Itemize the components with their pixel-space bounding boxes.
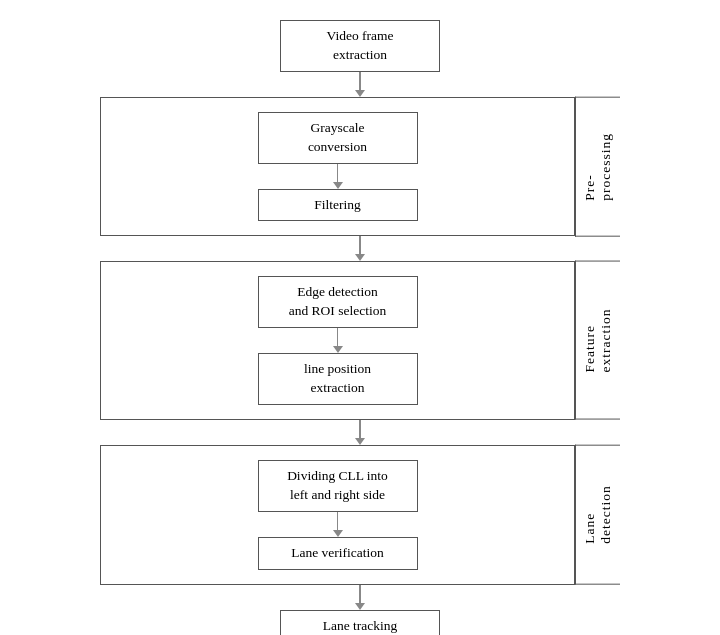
arrow-head bbox=[333, 530, 343, 537]
feature-section: Edge detectionand ROI selection line pos… bbox=[100, 261, 620, 420]
grayscale-box: Grayscaleconversion bbox=[258, 112, 418, 164]
arrow-head bbox=[355, 90, 365, 97]
arrow-line bbox=[359, 72, 361, 90]
arrow-head bbox=[333, 182, 343, 189]
lane-tracking-box: Lane tracking bbox=[280, 610, 440, 635]
arrow-head bbox=[355, 438, 365, 445]
detection-content: Dividing CLL intoleft and right side Lan… bbox=[100, 445, 575, 585]
filtering-box: Filtering bbox=[258, 189, 418, 222]
arrow-4 bbox=[333, 328, 343, 353]
detection-label: Lanedetection bbox=[575, 445, 620, 585]
arrow-head bbox=[333, 346, 343, 353]
video-frame-box: Video frameextraction bbox=[280, 20, 440, 72]
preprocessing-section: Grayscaleconversion Filtering Pre-proces… bbox=[100, 97, 620, 237]
arrow-3 bbox=[355, 236, 365, 261]
bottom-box-wrapper: Lane tracking bbox=[280, 610, 440, 635]
arrow-head bbox=[355, 603, 365, 610]
arrow-line bbox=[359, 420, 361, 438]
arrow-7 bbox=[355, 585, 365, 610]
arrow-2 bbox=[333, 164, 343, 189]
preprocessing-content: Grayscaleconversion Filtering bbox=[100, 97, 575, 237]
arrow-line bbox=[359, 236, 361, 254]
arrow-1 bbox=[355, 72, 365, 97]
diagram: Video frameextraction Grayscaleconversio… bbox=[30, 20, 690, 635]
lane-verification-box: Lane verification bbox=[258, 537, 418, 570]
edge-detection-box: Edge detectionand ROI selection bbox=[258, 276, 418, 328]
arrow-line bbox=[337, 512, 339, 530]
arrow-line bbox=[337, 164, 339, 182]
preprocessing-label: Pre-processing bbox=[575, 97, 620, 237]
arrow-6 bbox=[333, 512, 343, 537]
feature-content: Edge detectionand ROI selection line pos… bbox=[100, 261, 575, 420]
feature-label: Featureextraction bbox=[575, 261, 620, 420]
arrow-line bbox=[337, 328, 339, 346]
arrow-head bbox=[355, 254, 365, 261]
arrow-line bbox=[359, 585, 361, 603]
detection-section: Dividing CLL intoleft and right side Lan… bbox=[100, 445, 620, 585]
line-position-box: line positionextraction bbox=[258, 353, 418, 405]
dividing-cll-box: Dividing CLL intoleft and right side bbox=[258, 460, 418, 512]
top-box-wrapper: Video frameextraction bbox=[280, 20, 440, 72]
arrow-5 bbox=[355, 420, 365, 445]
